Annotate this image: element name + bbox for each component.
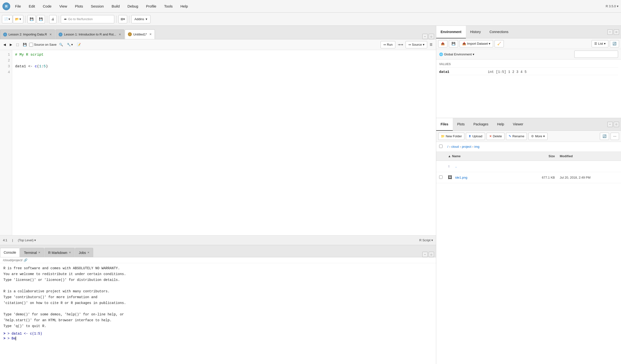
tab-viewer[interactable]: Viewer bbox=[508, 118, 528, 131]
compile-notebook-button[interactable]: 📝 bbox=[75, 41, 82, 48]
new-folder-button[interactable]: 📁 New Folder bbox=[438, 133, 465, 140]
minimize-files-button[interactable]: − bbox=[607, 122, 613, 127]
code-tools-button[interactable]: 🔧 ▾ bbox=[65, 41, 74, 48]
rename-button[interactable]: ✎ Rename bbox=[506, 133, 527, 140]
close-terminal-tab[interactable]: ✕ bbox=[38, 251, 40, 254]
select-all-checkbox[interactable] bbox=[439, 145, 443, 148]
clear-workspace-button[interactable]: 🧹 bbox=[495, 40, 504, 47]
file-name-ide1[interactable]: ide1.png bbox=[455, 176, 526, 179]
script-type[interactable]: R Script ▾ bbox=[419, 238, 433, 242]
refresh-env-button[interactable]: 🔄 bbox=[610, 40, 619, 47]
file-checkbox-ide1[interactable] bbox=[439, 175, 443, 179]
tab-rmarkdown[interactable]: R Markdown ✕ bbox=[45, 248, 75, 257]
tab-jobs[interactable]: Jobs ✕ bbox=[75, 248, 93, 257]
editor-tab-lesson2[interactable]: Lesson 2: Importing Data.R ✕ bbox=[0, 29, 55, 39]
go-to-file-input[interactable]: ➡ Go to file/function bbox=[61, 15, 114, 23]
save-all-button[interactable]: 💾 bbox=[37, 15, 45, 23]
editor-tab-untitled1[interactable]: Untitled1* ✕ bbox=[125, 29, 155, 39]
save-workspace-button[interactable]: 💾 bbox=[449, 40, 458, 47]
close-jobs-tab[interactable]: ✕ bbox=[87, 251, 89, 254]
delete-button[interactable]: ✕ Delete bbox=[486, 133, 505, 140]
menu-profile[interactable]: Profile bbox=[143, 3, 159, 9]
menu-debug[interactable]: Debug bbox=[124, 3, 141, 9]
editor-options-button[interactable]: ☰ bbox=[428, 41, 434, 48]
close-tab-button[interactable]: ✕ bbox=[49, 33, 52, 36]
maximize-button[interactable]: □ bbox=[429, 34, 434, 39]
console-body[interactable]: R is free software and comes with ABSOLU… bbox=[0, 263, 436, 364]
menu-plots[interactable]: Plots bbox=[72, 3, 86, 9]
menu-session[interactable]: Session bbox=[88, 3, 107, 9]
tab-help[interactable]: Help bbox=[493, 118, 509, 131]
menu-file[interactable]: File bbox=[12, 3, 24, 9]
forward-button[interactable]: ▶ bbox=[8, 41, 14, 48]
open-file-button[interactable]: 📂 ▾ bbox=[13, 15, 23, 23]
code-level[interactable]: (Top Level) ▾ bbox=[18, 238, 36, 242]
breadcrumb-cloud[interactable]: cloud bbox=[451, 145, 459, 149]
grid-view-button[interactable]: ⊞ ▾ bbox=[119, 15, 127, 23]
tab-connections[interactable]: Connections bbox=[485, 26, 513, 38]
print-button[interactable]: 🖨 bbox=[49, 15, 57, 23]
maximize-files-button[interactable]: □ bbox=[614, 122, 619, 127]
menu-view[interactable]: View bbox=[56, 3, 70, 9]
load-workspace-button[interactable]: 📤 bbox=[438, 40, 448, 47]
close-tab-button[interactable]: ✕ bbox=[119, 33, 121, 36]
open-icon: 📂 bbox=[15, 17, 19, 21]
more-button[interactable]: ⚙ More ▾ bbox=[528, 133, 548, 140]
tab-files[interactable]: Files bbox=[436, 118, 453, 131]
files-header-size[interactable]: Size bbox=[526, 154, 560, 158]
save-button[interactable]: 💾 bbox=[27, 15, 36, 23]
run-next-button[interactable]: ⇒⇒ bbox=[396, 41, 405, 48]
minimize-button[interactable]: − bbox=[422, 34, 428, 39]
files-options-button[interactable]: ⋯ bbox=[611, 133, 619, 140]
save-editor-button[interactable]: 💾 bbox=[21, 41, 28, 48]
show-in-new-window-button[interactable]: ⬚ bbox=[15, 41, 20, 48]
code-editor[interactable]: 1 2 3 4 # My R script data1 <- c(1:5) bbox=[0, 50, 436, 235]
maximize-env-button[interactable]: □ bbox=[614, 29, 619, 35]
addins-button[interactable]: Addins ▾ bbox=[131, 15, 151, 23]
menu-build[interactable]: Build bbox=[109, 3, 122, 9]
back-button[interactable]: ◀ bbox=[2, 41, 7, 48]
minimize-env-button[interactable]: − bbox=[607, 29, 613, 35]
r-version[interactable]: R 3.5.0 ▾ bbox=[606, 4, 619, 8]
close-rmarkdown-tab[interactable]: ✕ bbox=[69, 251, 71, 254]
list-view-button[interactable]: ☰ List ▾ bbox=[592, 40, 608, 47]
tab-packages[interactable]: Packages bbox=[469, 118, 493, 131]
tab-history[interactable]: History bbox=[466, 26, 485, 38]
file-row-parent[interactable]: ↑ .. bbox=[436, 161, 621, 172]
breadcrumb-root[interactable]: / bbox=[448, 145, 448, 149]
new-file-button[interactable]: 📄 ▾ bbox=[2, 15, 12, 23]
maximize-console-button[interactable]: □ bbox=[429, 252, 434, 257]
tab-plots[interactable]: Plots bbox=[453, 118, 469, 131]
breadcrumb-img[interactable]: img bbox=[474, 145, 480, 149]
find-button[interactable]: 🔍 bbox=[58, 41, 64, 48]
global-environment-selector[interactable]: 🌐 Global Environment ▾ bbox=[436, 49, 621, 60]
file-check-ide1[interactable] bbox=[439, 175, 448, 180]
breadcrumb-project[interactable]: project bbox=[462, 145, 471, 149]
code-area[interactable]: # My R script data1 <- c(1:5) bbox=[12, 50, 436, 235]
source-on-save-checkbox[interactable] bbox=[29, 43, 33, 47]
refresh-files-button[interactable]: 🔄 bbox=[600, 133, 609, 140]
tab-environment[interactable]: Environment bbox=[436, 26, 466, 38]
minimize-console-button[interactable]: − bbox=[422, 252, 428, 257]
menu-code[interactable]: Code bbox=[40, 3, 54, 9]
files-header-modified[interactable]: Modified bbox=[560, 154, 618, 158]
menu-help[interactable]: Help bbox=[177, 3, 191, 9]
files-header-name[interactable]: ▲ Name bbox=[448, 154, 526, 158]
value-row-data1[interactable]: data1 int [1:5] 1 2 3 4 5 bbox=[439, 69, 618, 75]
editor-tab-lesson1[interactable]: Lesson 1: Introduction to R and Rst... ✕ bbox=[55, 29, 124, 39]
menu-tools[interactable]: Tools bbox=[161, 3, 175, 9]
env-search-input[interactable] bbox=[574, 50, 618, 58]
breadcrumb-checkbox[interactable] bbox=[439, 145, 447, 149]
import-dataset-button[interactable]: 📥 Import Dataset ▾ bbox=[460, 40, 493, 47]
source-button[interactable]: ⇒ Source ▾ bbox=[406, 41, 427, 48]
menu-icon[interactable]: R bbox=[2, 2, 10, 10]
upload-button[interactable]: ⬆ Upload bbox=[466, 133, 485, 140]
parent-dir-name[interactable]: .. bbox=[455, 165, 526, 168]
console-panel-controls: − □ bbox=[422, 252, 436, 257]
menu-edit[interactable]: Edit bbox=[26, 3, 38, 9]
tab-console[interactable]: Console bbox=[0, 248, 20, 257]
close-tab-button[interactable]: ✕ bbox=[149, 33, 152, 36]
run-button[interactable]: ⇒ Run bbox=[380, 41, 395, 48]
tab-terminal[interactable]: Terminal ✕ bbox=[20, 248, 44, 257]
file-row-ide1[interactable]: 🖼 ide1.png 677.1 KB Jul 20, 2018, 2:49 P… bbox=[436, 172, 621, 183]
